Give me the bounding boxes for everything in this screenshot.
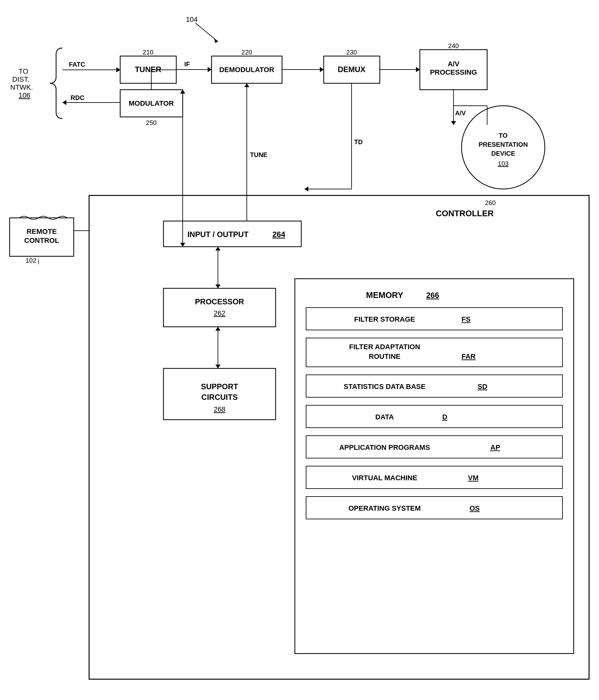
svg-marker-5 <box>63 100 66 105</box>
demodulator-label: DEMODULATOR <box>219 66 274 74</box>
io-ref: 264 <box>272 230 286 239</box>
svg-line-0 <box>195 23 218 42</box>
avproc-ref: 240 <box>448 42 459 49</box>
signal-if: IF <box>184 60 190 68</box>
signal-rdc: RDC <box>71 94 84 101</box>
virtual-machine-label: VIRTUAL MACHINE <box>352 474 417 482</box>
ref-104: 104 <box>186 16 198 23</box>
filter-storage-ref: FS <box>461 315 471 323</box>
dist-label3: NTWK. <box>10 83 33 91</box>
svg-marker-11 <box>320 67 324 72</box>
svg-marker-60 <box>244 83 249 87</box>
presentation-label1: TO <box>499 132 507 139</box>
filter-adapt-label2: ROUTINE <box>369 352 401 360</box>
processor-label: PROCESSOR <box>195 297 244 306</box>
svg-marker-14 <box>416 67 420 72</box>
svg-rect-49 <box>306 405 562 428</box>
svg-marker-21 <box>305 186 308 192</box>
modulator-label: MODULATOR <box>129 99 174 107</box>
svg-rect-40 <box>164 288 275 327</box>
signal-fatc: FATC <box>69 61 85 68</box>
stats-label: STATISTICS DATA BASE <box>343 382 425 391</box>
tuner-label: TUNER <box>135 65 162 74</box>
support-label1: SUPPORT <box>201 382 238 391</box>
data-ref: D <box>442 413 448 421</box>
modulator-ref: 250 <box>146 119 157 126</box>
operating-system-ref: OS <box>470 504 480 512</box>
controller-label: CONTROLLER <box>436 208 494 218</box>
app-programs-label: APPLICATION PROGRAMS <box>339 443 430 451</box>
dist-label2: DIST. <box>12 75 29 83</box>
svg-marker-8 <box>208 67 212 72</box>
memory-label: MEMORY <box>366 290 403 300</box>
demux-ref: 230 <box>346 49 357 56</box>
remote-label1: REMOTE <box>27 227 57 235</box>
dist-label: TO <box>19 67 28 75</box>
avproc-label2: PROCESSING <box>430 68 477 76</box>
remote-ref: 102 <box>26 257 36 264</box>
data-label: DATA <box>375 413 394 421</box>
svg-rect-51 <box>306 466 562 489</box>
processor-ref: 262 <box>214 309 225 317</box>
presentation-label2: PRESENTATION <box>479 141 528 148</box>
app-programs-ref: AP <box>490 443 500 451</box>
signal-av: A/V <box>455 109 466 117</box>
memory-ref: 266 <box>426 291 439 300</box>
operating-system-label: OPERATING SYSTEM <box>349 504 421 512</box>
diagram: 104 TO DIST. NTWK. 106 FATC RDC TUNER 21… <box>0 0 599 700</box>
remote-label2: CONTROL <box>24 236 59 245</box>
filter-adapt-ref: FAR <box>461 352 476 360</box>
svg-rect-47 <box>306 338 562 367</box>
avproc-label1: A/V <box>448 60 460 68</box>
controller-ref: 260 <box>485 199 496 206</box>
svg-rect-46 <box>306 307 562 330</box>
virtual-machine-ref: VM <box>468 474 479 482</box>
presentation-label3: DEVICE <box>491 150 515 157</box>
stats-ref: SD <box>478 382 487 391</box>
demux-label: DEMUX <box>338 65 366 74</box>
presentation-ref: 103 <box>498 160 508 167</box>
io-label: INPUT / OUTPUT <box>188 230 249 239</box>
svg-rect-52 <box>306 497 562 519</box>
demodulator-ref: 220 <box>241 49 252 56</box>
tuner-ref: 210 <box>143 49 153 56</box>
svg-marker-23 <box>451 121 456 125</box>
filter-storage-label: FILTER STORAGE <box>354 315 415 323</box>
signal-td: TD <box>354 139 363 146</box>
filter-adapt-label1: FILTER ADAPTATION <box>349 343 420 351</box>
dist-ref: 106 <box>19 91 30 99</box>
signal-tune: TUNE <box>250 151 267 158</box>
support-ref: 268 <box>214 405 225 413</box>
svg-marker-3 <box>116 67 120 72</box>
support-label2: CIRCUITS <box>201 393 238 401</box>
